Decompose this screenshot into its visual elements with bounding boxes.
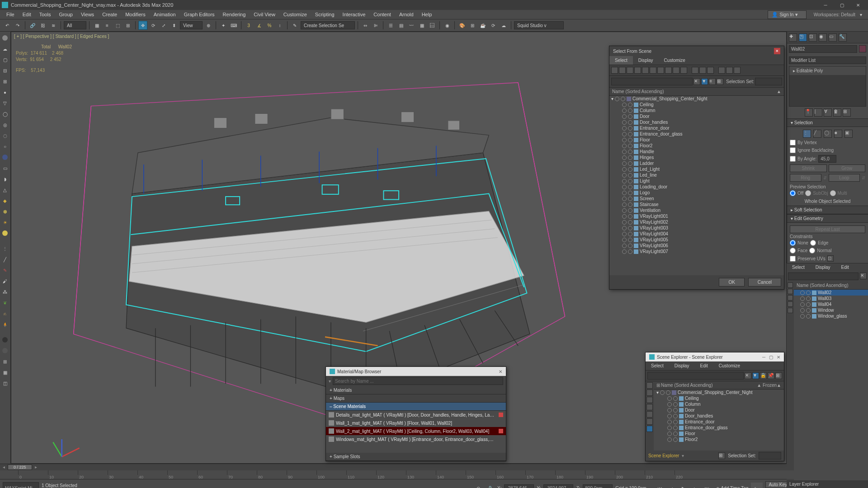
render-element-icon[interactable]: ◫ xyxy=(0,379,9,388)
material-browser-close-icon[interactable]: ✕ xyxy=(499,369,502,374)
menu-create[interactable]: Create xyxy=(99,11,121,18)
mirror-icon[interactable]: ⇔ xyxy=(361,21,370,30)
render-setup-icon[interactable]: 🎨 xyxy=(458,21,467,30)
time-slider-knob[interactable]: 0 / 225 xyxy=(8,465,32,470)
se-tab-customize[interactable]: Customize xyxy=(713,361,745,370)
sphere-grey-icon[interactable] xyxy=(0,33,9,42)
torus-icon[interactable]: ◌ xyxy=(0,131,9,140)
mat-section-maps[interactable]: + Maps xyxy=(326,394,506,403)
se-side-all-icon[interactable] xyxy=(646,382,653,389)
add-time-tag-button[interactable]: Add Time Tag xyxy=(721,486,748,488)
se-view-icon[interactable]: ▼ xyxy=(752,372,759,379)
filter-lock-icon[interactable] xyxy=(726,67,733,74)
redo-icon[interactable]: ↷ xyxy=(13,21,22,30)
tree-item[interactable]: Ceiling xyxy=(609,102,784,108)
maximize-button[interactable]: ▢ xyxy=(834,0,850,10)
tree-item[interactable]: VRayLight005 xyxy=(609,237,784,243)
goto-start-icon[interactable]: ⏮ xyxy=(656,484,665,488)
align-icon[interactable]: ⊫ xyxy=(371,21,380,30)
menu-arnold[interactable]: Arnold xyxy=(396,11,417,18)
uvw-icon[interactable]: ⊞ xyxy=(0,357,9,366)
filter-funnel-icon[interactable] xyxy=(718,67,725,74)
tree-item[interactable]: Door_handles xyxy=(609,119,784,125)
menu-animation[interactable]: Animation xyxy=(150,11,179,18)
select-scene-title[interactable]: Select From Scene ✕ xyxy=(609,46,784,56)
curve-editor-icon[interactable]: 〰 xyxy=(407,21,416,30)
coord-y-input[interactable]: -3024,997 xyxy=(543,484,573,488)
menu-content[interactable]: Content xyxy=(370,11,395,18)
unlink-icon[interactable]: ⛓ xyxy=(38,21,47,30)
workspace-dropdown-icon[interactable]: ▾ xyxy=(856,10,865,19)
prev-frame-icon[interactable]: ◂ xyxy=(667,484,676,488)
filter-all-icon[interactable] xyxy=(611,67,618,74)
se-side-cam-icon[interactable] xyxy=(646,411,653,418)
tree-item[interactable]: Entrance_door_glass xyxy=(654,425,784,431)
menu-graph-editors[interactable]: Graph Editors xyxy=(180,11,218,18)
menu-views[interactable]: Views xyxy=(77,11,98,18)
tree-item[interactable]: Column xyxy=(609,108,784,113)
geosphere-icon[interactable]: ⬢ xyxy=(0,207,9,216)
menu-help[interactable]: Help xyxy=(418,11,436,18)
plane-icon[interactable]: ▭ xyxy=(0,164,9,173)
sphere-yellow-icon[interactable] xyxy=(0,229,9,238)
sep-side-5-icon[interactable] xyxy=(788,308,793,313)
edit-selection-set-icon[interactable]: ✎ xyxy=(290,21,299,30)
subobj-edge-icon[interactable]: ╱ xyxy=(813,130,821,138)
se-selection-set-input[interactable] xyxy=(759,452,781,460)
layer-explorer-label[interactable]: Layer Explorer xyxy=(787,480,868,488)
se-side-light-icon[interactable] xyxy=(646,404,653,410)
cylinder-icon[interactable]: ◯ xyxy=(0,109,9,118)
loop-button[interactable]: Loop xyxy=(829,174,860,182)
tree-item[interactable]: Window_glass xyxy=(794,313,868,319)
tree-item[interactable]: Screen xyxy=(609,196,784,202)
filter-helpers-icon[interactable] xyxy=(650,67,656,74)
spinner-snap-icon[interactable]: ↕ xyxy=(275,21,284,30)
select-object-icon[interactable]: ▦ xyxy=(92,21,101,30)
cone-icon[interactable]: △ xyxy=(0,185,9,194)
stack-unique-icon[interactable]: ∀ xyxy=(824,108,832,117)
tree-item[interactable]: Hinges xyxy=(609,155,784,160)
se-footer-icon[interactable]: ⊞ xyxy=(718,452,725,459)
sep-tree[interactable]: Wall02Wall03Wall04WindowWindow_glass xyxy=(794,290,868,480)
sun-icon[interactable]: ☀ xyxy=(0,218,9,227)
preview-subobj-radio[interactable] xyxy=(805,190,811,196)
keyboard-shortcut-icon[interactable]: ⌨ xyxy=(229,21,238,30)
next-frame-icon[interactable]: ▸ xyxy=(691,484,700,488)
scene-explorer-title[interactable]: Scene Explorer - Scene Explorer xyxy=(657,355,723,360)
time-ruler[interactable]: 0102030405060708090100110120130140150160… xyxy=(0,470,868,479)
tree-item[interactable]: Floor xyxy=(654,431,784,436)
selection-rollout-header[interactable]: ▾ Selection xyxy=(787,118,868,127)
subobj-border-icon[interactable]: ◯ xyxy=(824,130,832,138)
material-editor-icon[interactable]: ◉ xyxy=(443,21,452,30)
tree-item[interactable]: Logo xyxy=(609,190,784,196)
dark-sphere-icon[interactable] xyxy=(0,335,9,344)
mat-item[interactable]: Wall_1_mat_light_MAT ( VRayMtl ) [Floor,… xyxy=(326,419,506,427)
toggle-ribbon-icon[interactable]: ▤ xyxy=(396,21,406,30)
modifier-stack-icon[interactable]: ⊟ xyxy=(0,66,9,75)
tree-item[interactable]: Ventilation xyxy=(609,207,784,213)
viewport[interactable]: [ + ] [ Perspective ] [ Standard ] [ Edg… xyxy=(11,32,787,464)
se-tab-select[interactable]: Select xyxy=(646,361,669,370)
se-lock-icon[interactable]: 🔒 xyxy=(760,372,767,379)
tree-item[interactable]: VRayLight001 xyxy=(609,213,784,219)
spray-icon[interactable]: ⁂ xyxy=(0,287,9,296)
percent-snap-icon[interactable]: % xyxy=(265,21,274,30)
named-selection-dropdown[interactable]: Create Selection Se xyxy=(301,21,355,29)
mat-item-selected[interactable]: Wall_2_mat_light_MAT ( VRayMtl ) [Ceilin… xyxy=(326,427,506,435)
sep-side-1-icon[interactable] xyxy=(788,282,793,288)
tree-item[interactable]: Entrance_door_glass xyxy=(609,131,784,137)
select-scene-tree[interactable]: ▾Commercial_Shopping_Center_Night Ceilin… xyxy=(609,96,784,275)
hierarchy-icon[interactable]: ⊞ xyxy=(0,77,9,86)
light-cone-icon[interactable]: ▽ xyxy=(0,99,9,108)
view-mode-icon[interactable]: ▼ xyxy=(701,78,708,85)
preview-multi-radio[interactable] xyxy=(830,190,836,196)
cp-tab-hierarchy-icon[interactable]: ⊡ xyxy=(809,33,817,42)
tube-icon[interactable]: ◎ xyxy=(0,120,9,129)
menu-customize[interactable]: Customize xyxy=(280,11,311,18)
tree-item[interactable]: Handle xyxy=(609,149,784,155)
sep-tab-display[interactable]: Display xyxy=(810,263,836,271)
grow-button[interactable]: Grow xyxy=(829,164,866,172)
cloud-icon[interactable]: ☁ xyxy=(0,44,9,53)
modifier-stack-item[interactable]: ▸ Editable Poly xyxy=(789,66,866,75)
tree-item[interactable]: Door_handles xyxy=(654,413,784,419)
